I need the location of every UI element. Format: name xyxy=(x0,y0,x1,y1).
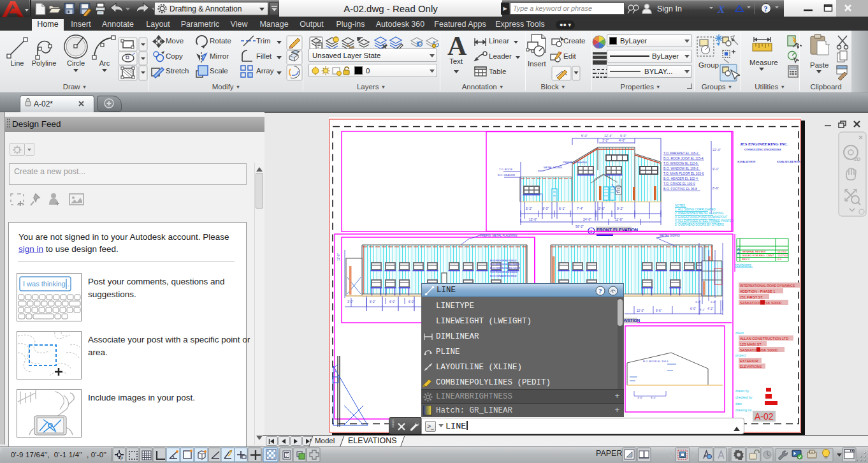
svg-text:CONSULTING ENGINEERS: CONSULTING ENGINEERS xyxy=(744,148,781,151)
svg-text:3'-2": 3'-2" xyxy=(602,138,609,142)
svg-text:client: client xyxy=(735,331,744,335)
svg-text:11/27/04: 11/27/04 xyxy=(778,254,788,257)
svg-text:PREFIN. FLASHING: PREFIN. FLASHING xyxy=(563,161,588,164)
svg-text:p: p xyxy=(120,455,123,460)
svg-text:9'-6": 9'-6" xyxy=(656,309,662,312)
svg-text:INTERNATIONAL ROAD DYNAMICS: INTERNATIONAL ROAD DYNAMICS xyxy=(740,284,795,288)
svg-text:5. OVERHEAD DOORS BY OTHERS: 5. OVERHEAD DOORS BY OTHERS xyxy=(675,223,724,226)
svg-text:SK S0000: SK S0000 xyxy=(762,348,778,352)
svg-text:?: ? xyxy=(598,287,602,295)
svg-text:4'-6": 4'-6" xyxy=(619,138,625,142)
svg-text:date: date xyxy=(735,402,742,406)
svg-text:2D: 2D xyxy=(854,156,860,162)
svg-text:1. ALL SIDING CORRUGATED: 1. ALL SIDING CORRUGATED xyxy=(675,208,716,211)
svg-text:drawing no.: drawing no. xyxy=(735,408,753,412)
svg-text:GENERAL REVIEW: GENERAL REVIEW xyxy=(742,250,766,253)
svg-text:2. PREFINISHED METAL FLASHING: 2. PREFINISHED METAL FLASHING xyxy=(675,212,724,215)
svg-text:ADDITION - PHASE 1: ADDITION - PHASE 1 xyxy=(740,290,775,293)
svg-text:8'-6": 8'-6" xyxy=(712,186,719,190)
svg-text:22'-4": 22'-4" xyxy=(712,148,721,152)
svg-text:T.O. GRADE EL 100-0: T.O. GRADE EL 100-0 xyxy=(663,182,695,186)
svg-text:7'-4": 7'-4" xyxy=(577,207,583,210)
svg-text:9'-2": 9'-2" xyxy=(617,207,623,210)
svg-text:ELEVATIONS: ELEVATIONS xyxy=(740,365,762,369)
svg-text:?: ? xyxy=(764,4,768,13)
svg-text:5'-2": 5'-2" xyxy=(526,207,532,210)
svg-text:A-02: A-02 xyxy=(755,411,774,422)
svg-text:REV 0: REV 0 xyxy=(742,258,750,261)
svg-text:METAL SIDING: METAL SIDING xyxy=(660,234,680,237)
svg-text:12'-0": 12'-0" xyxy=(529,217,537,221)
svg-text:9'-1": 9'-1" xyxy=(712,167,719,171)
svg-text:3'-0": 3'-0" xyxy=(347,300,354,304)
svg-text:9'-0": 9'-0" xyxy=(620,134,626,138)
svg-text:5'-0": 5'-0" xyxy=(581,134,588,138)
svg-text:3. EAVESTROUGH AND DOWNSPOUT: 3. EAVESTROUGH AND DOWNSPOUT xyxy=(675,216,728,219)
svg-text:SASKATOON: SASKATOON xyxy=(737,160,756,163)
svg-text:A-02*: A-02* xyxy=(34,99,53,108)
svg-text:T.O. PARAPET EL 118-2: T.O. PARAPET EL 118-2 xyxy=(663,151,698,155)
svg-text:8'-2": 8'-2" xyxy=(700,308,705,311)
svg-text:5'-6": 5'-6" xyxy=(598,207,605,210)
svg-text:4'-2": 4'-2" xyxy=(707,307,714,311)
svg-text:T.O. WINDOW EL 112-6: T.O. WINDOW EL 112-6 xyxy=(663,161,698,165)
svg-text:METAL SIDING: METAL SIDING xyxy=(544,166,562,169)
svg-text:B.O. HEADER EL 102-4: B.O. HEADER EL 102-4 xyxy=(663,177,698,180)
svg-text:I was thinking...: I was thinking... xyxy=(23,280,71,288)
svg-text:8'-2": 8'-2" xyxy=(370,300,376,304)
svg-text:8'-0": 8'-0" xyxy=(542,207,549,210)
svg-text:EXTERIOR: EXTERIOR xyxy=(740,359,758,363)
svg-text:B.O. HEADER: B.O. HEADER xyxy=(498,173,515,177)
svg-text:ISSUED FOR REG. CMMT: ISSUED FOR REG. CMMT xyxy=(742,254,774,257)
svg-text:56'-2": 56'-2" xyxy=(575,224,584,228)
svg-text:SASKATOON: SASKATOON xyxy=(740,301,762,305)
svg-text:12'-6": 12'-6" xyxy=(337,253,340,261)
svg-text:SASKATCHEWAN: SASKATCHEWAN xyxy=(777,160,801,163)
svg-text:X: X xyxy=(717,3,725,15)
svg-text:T.O. MAIN FLOOR EL 103-6: T.O. MAIN FLOOR EL 103-6 xyxy=(663,172,704,175)
svg-text:6'-1": 6'-1" xyxy=(559,207,565,210)
svg-text:6'-0": 6'-0" xyxy=(690,307,697,311)
svg-text:12'-4": 12'-4" xyxy=(604,134,612,138)
svg-text:123 MAIN ST.: 123 MAIN ST. xyxy=(740,342,762,346)
svg-text:B.O. ROOF JOIST EL 115-4: B.O. ROOF JOIST EL 115-4 xyxy=(663,156,704,160)
svg-text:project: project xyxy=(735,353,746,357)
svg-text:B.O. ROOF EL 104-6: B.O. ROOF EL 104-6 xyxy=(643,360,669,363)
svg-text:01/7/03: 01/7/03 xyxy=(778,250,787,253)
svg-text:11'-8": 11'-8" xyxy=(615,217,623,221)
svg-text:6'-0": 6'-0" xyxy=(409,300,415,304)
svg-text:4. ALL EXPOSED STEEL PRIMED PA: 4. ALL EXPOSED STEEL PRIMED PAINTED xyxy=(675,219,734,223)
svg-text:B.O. FOOTING EL 96-8: B.O. FOOTING EL 96-8 xyxy=(663,187,697,191)
svg-text:T.O. ROOF: T.O. ROOF xyxy=(499,168,512,171)
svg-text:8'-0": 8'-0" xyxy=(651,396,656,399)
svg-text:24'-6": 24'-6" xyxy=(583,217,591,221)
svg-text:0-0: 0-0 xyxy=(778,258,782,261)
svg-text:NOTES:: NOTES: xyxy=(675,204,686,207)
svg-text:drawn by: drawn by xyxy=(735,389,749,393)
svg-text:B.O. WINDOW EL 109-2: B.O. WINDOW EL 109-2 xyxy=(663,166,698,170)
svg-text:Sign In: Sign In xyxy=(657,4,682,13)
svg-text:revisions: revisions xyxy=(735,263,751,267)
svg-text:JES ENGINEERING INC.: JES ENGINEERING INC. xyxy=(740,142,788,146)
svg-text:6'-0": 6'-0" xyxy=(389,300,396,304)
svg-text:SK S0000: SK S0000 xyxy=(765,301,781,305)
svg-text:5'-0": 5'-0" xyxy=(711,300,716,304)
svg-text:251 FIRST ST.: 251 FIRST ST. xyxy=(740,295,763,299)
svg-text:ALLAN CONSTRUCTION LTD: ALLAN CONSTRUCTION LTD xyxy=(740,337,788,341)
svg-text:3'-6": 3'-6" xyxy=(637,396,643,399)
svg-text:12'-0": 12'-0" xyxy=(637,309,644,312)
svg-text:3'-2": 3'-2" xyxy=(695,300,701,304)
svg-text:checked by: checked by xyxy=(735,395,753,399)
svg-text:PREFIN. METAL FLASHING: PREFIN. METAL FLASHING xyxy=(480,234,517,237)
